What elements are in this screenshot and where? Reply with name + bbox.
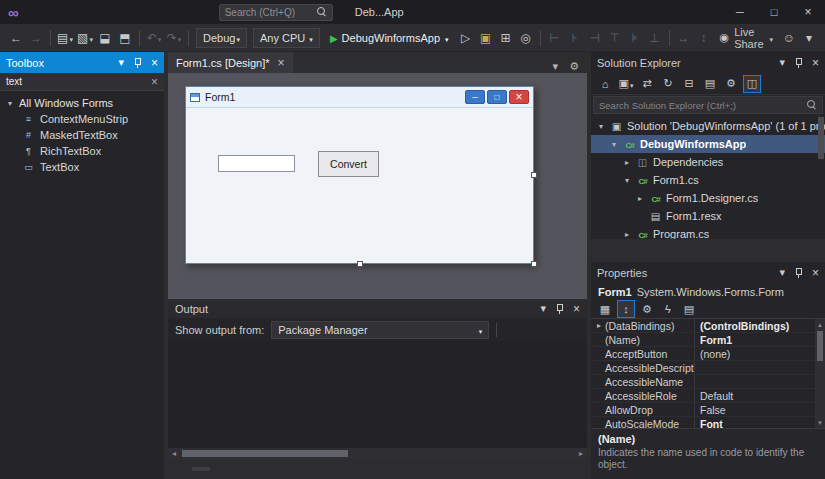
close-tab-icon[interactable] [278, 56, 285, 70]
close-icon[interactable] [791, 0, 825, 24]
redo-icon[interactable]: ↷ [164, 27, 184, 49]
tree-item[interactable]: ▸ Program.cs [591, 225, 825, 239]
menu-item[interactable] [151, 9, 165, 15]
toolbox-item[interactable]: RichTextBox [0, 143, 164, 159]
solution-explorer-search-input[interactable]: Search Solution Explorer (Ctrl+;) [593, 96, 823, 114]
output-horizontal-scrollbar[interactable]: ◂ ▸ [168, 448, 587, 459]
pin-icon[interactable] [133, 58, 142, 68]
(Name)[interactable]: (Name) Form1 [591, 333, 825, 347]
menu-item[interactable] [95, 9, 109, 15]
tree-item[interactable]: ▾ Form1.cs [591, 171, 825, 189]
tree-item[interactable]: Form1.resx [591, 207, 825, 225]
categorized-icon[interactable]: ▦ [596, 300, 614, 318]
designed-textbox[interactable] [218, 155, 295, 172]
gear-icon[interactable] [569, 60, 579, 73]
designed-convert-button[interactable]: Convert [318, 151, 379, 177]
resize-handle-bottom-right[interactable] [531, 261, 537, 267]
separator[interactable] [50, 30, 51, 46]
menu-item[interactable] [137, 9, 151, 15]
menu-item[interactable] [25, 9, 39, 15]
separator[interactable] [669, 30, 670, 46]
resize-handle-right[interactable] [531, 172, 537, 178]
chevron-down-icon[interactable]: ▾ [596, 122, 606, 131]
AutoScaleMode[interactable]: AutoScaleMode Font [591, 417, 825, 428]
chevron-down-icon[interactable] [540, 302, 546, 315]
tool-window-tab[interactable] [609, 247, 625, 251]
menu-item[interactable] [81, 9, 95, 15]
tree-item[interactable]: ▾ Solution 'DebugWinformsApp' (1 of 1 pr… [591, 117, 825, 135]
forms-designer-surface[interactable]: Form1 Convert [168, 73, 587, 299]
output-header[interactable]: Output [168, 299, 587, 318]
back-icon[interactable]: ← [6, 27, 26, 49]
solution-platform-dropdown[interactable]: Any CPU [253, 28, 320, 48]
form-body[interactable]: Convert [186, 108, 533, 263]
AccessibleDescription[interactable]: AccessibleDescription [591, 361, 825, 375]
AccessibleName[interactable]: AccessibleName [591, 375, 825, 389]
menu-item[interactable] [179, 9, 193, 15]
output-log[interactable] [168, 341, 587, 448]
separator[interactable] [139, 30, 140, 46]
show-all-files-icon[interactable]: ▤ [701, 75, 719, 93]
resize-handle-bottom[interactable] [357, 261, 363, 267]
toolbar-options-icon[interactable]: ▾ [799, 27, 819, 49]
close-icon[interactable] [573, 302, 580, 316]
chevron-right-icon[interactable]: ▸ [622, 230, 632, 239]
layout-grid-icon[interactable]: ⊞ [496, 27, 516, 49]
menu-item[interactable] [67, 9, 81, 15]
toolbox-group-all-windows-forms[interactable]: ▾ All Windows Forms [0, 95, 164, 111]
tree-item[interactable]: ▸ Dependencies [591, 153, 825, 171]
solution-configuration-dropdown[interactable]: Debug [196, 28, 247, 48]
chevron-down-icon[interactable]: ▾ [622, 176, 632, 185]
close-icon[interactable] [812, 266, 819, 280]
chevron-down-icon[interactable] [779, 266, 785, 279]
events-icon[interactable]: ϟ [659, 300, 677, 318]
scrollbar-thumb[interactable] [818, 117, 824, 159]
maximize-icon[interactable] [757, 0, 791, 24]
clear-search-icon[interactable] [151, 75, 158, 89]
align-rights-icon[interactable]: ⊣ [585, 27, 605, 49]
pin-icon[interactable] [555, 304, 564, 314]
solution-explorer-header[interactable]: Solution Explorer [591, 52, 825, 73]
close-icon[interactable] [812, 56, 819, 70]
align-lefts-icon[interactable]: ⊢ [545, 27, 565, 49]
collapse-all-icon[interactable]: ⊟ [680, 75, 698, 93]
run-without-debug-icon[interactable]: ▷ [456, 27, 476, 49]
preview-selected-items-icon[interactable]: ◫ [743, 75, 761, 93]
tab-form1-designer[interactable]: Form1.cs [Design]* [168, 52, 293, 73]
(DataBindings)[interactable]: ▸(DataBindings) (ControlBindings) [591, 319, 825, 333]
tool-window-tab[interactable] [192, 467, 210, 471]
tool-window-tab[interactable] [172, 467, 190, 471]
zoom-icon[interactable]: ◎ [516, 27, 536, 49]
scrollbar-thumb[interactable] [817, 331, 823, 361]
object-selector-dropdown[interactable]: Form1 System.Windows.Forms.Form [591, 283, 825, 300]
AccessibleRole[interactable]: AccessibleRole Default [591, 389, 825, 403]
tree-item[interactable]: ▸ Form1.Designer.cs [591, 189, 825, 207]
save-icon[interactable]: ⬓ [95, 27, 115, 49]
scroll-up-icon[interactable]: ▴ [818, 319, 822, 330]
toolbox-item[interactable]: MaskedTextBox [0, 127, 164, 143]
add-item-icon[interactable]: ▣ [476, 27, 496, 49]
chevron-down-icon[interactable] [779, 56, 785, 69]
chevron-down-icon[interactable] [553, 60, 559, 73]
scroll-right-icon[interactable]: ▸ [575, 449, 587, 458]
menu-item[interactable] [109, 9, 123, 15]
same-width-icon[interactable]: ↔ [674, 27, 694, 49]
home-icon[interactable]: ⌂ [596, 75, 614, 93]
minimize-icon[interactable] [723, 0, 757, 24]
switch-views-icon[interactable]: ▣ [617, 75, 635, 93]
menu-item[interactable] [165, 9, 179, 15]
chevron-right-icon[interactable]: ▸ [635, 194, 645, 203]
solution-tree-scrollbar[interactable] [818, 117, 824, 239]
open-file-icon[interactable]: ▧ [75, 27, 95, 49]
align-bottoms-icon[interactable]: ⊥ [645, 27, 665, 49]
scroll-down-icon[interactable]: ▾ [818, 417, 822, 428]
align-centers-icon[interactable]: ⊦ [565, 27, 585, 49]
toolbox-search-input[interactable]: text [0, 73, 164, 91]
separator[interactable] [540, 30, 541, 46]
toolbox-item[interactable]: TextBox [0, 159, 164, 175]
AcceptButton[interactable]: AcceptButton (none) [591, 347, 825, 361]
tree-item[interactable]: ▾ DebugWinformsApp [591, 135, 825, 153]
chevron-right-icon[interactable]: ▸ [594, 321, 604, 330]
output-source-dropdown[interactable]: Package Manager [271, 321, 489, 339]
menu-item[interactable] [39, 9, 53, 15]
